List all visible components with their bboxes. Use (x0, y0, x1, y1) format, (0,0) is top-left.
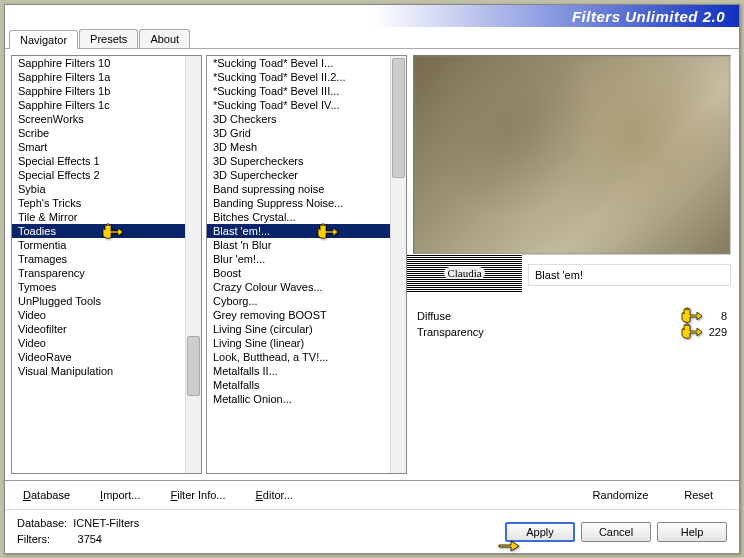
category-column: Sapphire Filters 10Sapphire Filters 1aSa… (9, 53, 204, 476)
param-label: Transparency (417, 326, 547, 338)
filter-column: *Sucking Toad* Bevel I...*Sucking Toad* … (204, 53, 409, 476)
database-button[interactable]: Database (17, 487, 76, 503)
param-value: 229 (697, 326, 727, 338)
filter-info-button[interactable]: Filter Info... (164, 487, 231, 503)
list-item[interactable]: Sapphire Filters 1a (12, 70, 201, 84)
list-item[interactable]: Video (12, 308, 201, 322)
category-list[interactable]: Sapphire Filters 10Sapphire Filters 1aSa… (11, 55, 202, 474)
status-info: Database: ICNET-Filters Filters: 3754 (17, 516, 499, 547)
list-item[interactable]: Metallic Onion... (207, 392, 406, 406)
list-item[interactable]: Metalfalls II... (207, 364, 406, 378)
title-bar: Filters Unlimited 2.0 (5, 5, 739, 27)
list-item[interactable]: *Sucking Toad* Bevel IV... (207, 98, 406, 112)
list-item[interactable]: Blast 'em!... (207, 224, 406, 238)
watermark-badge (407, 254, 522, 292)
list-item[interactable]: Special Effects 2 (12, 168, 201, 182)
list-item[interactable]: UnPlugged Tools (12, 294, 201, 308)
list-item[interactable]: *Sucking Toad* Bevel II.2... (207, 70, 406, 84)
param-slider[interactable] (555, 331, 689, 334)
list-item[interactable]: Video (12, 336, 201, 350)
parameters-panel: Diffuse8Transparency229 (413, 308, 731, 340)
apply-button[interactable]: Apply (505, 522, 575, 542)
app-title: Filters Unlimited 2.0 (572, 8, 725, 25)
cancel-button[interactable]: Cancel (581, 522, 651, 542)
list-item[interactable]: 3D Supercheckers (207, 154, 406, 168)
scrollbar[interactable] (390, 56, 406, 473)
list-item[interactable]: Cyborg... (207, 294, 406, 308)
list-item[interactable]: 3D Checkers (207, 112, 406, 126)
list-item[interactable]: VideoRave (12, 350, 201, 364)
list-item[interactable]: Special Effects 1 (12, 154, 201, 168)
list-item[interactable]: Bitches Crystal... (207, 210, 406, 224)
list-item[interactable]: Teph's Tricks (12, 196, 201, 210)
list-item[interactable]: ScreenWorks (12, 112, 201, 126)
main-area: Sapphire Filters 10Sapphire Filters 1aSa… (5, 49, 739, 480)
list-item[interactable]: Grey removing BOOST (207, 308, 406, 322)
list-item[interactable]: Tile & Mirror (12, 210, 201, 224)
list-item[interactable]: Boost (207, 266, 406, 280)
param-row: Diffuse8 (413, 308, 731, 324)
param-label: Diffuse (417, 310, 547, 322)
param-row: Transparency229 (413, 324, 731, 340)
status-bar: Database: ICNET-Filters Filters: 3754 Ap… (5, 509, 739, 553)
list-item[interactable]: Sapphire Filters 10 (12, 56, 201, 70)
current-filter-name: Blast 'em! (528, 264, 731, 286)
list-item[interactable]: Living Sine (circular) (207, 322, 406, 336)
list-item[interactable]: *Sucking Toad* Bevel III... (207, 84, 406, 98)
list-item[interactable]: Sapphire Filters 1b (12, 84, 201, 98)
list-item[interactable]: *Sucking Toad* Bevel I... (207, 56, 406, 70)
param-value: 8 (697, 310, 727, 322)
list-item[interactable]: Smart (12, 140, 201, 154)
list-item[interactable]: Living Sine (linear) (207, 336, 406, 350)
tab-presets[interactable]: Presets (79, 29, 138, 48)
preview-image (413, 55, 731, 255)
app-window: Filters Unlimited 2.0 NavigatorPresetsAb… (4, 4, 740, 554)
list-item[interactable]: Band supressing noise (207, 182, 406, 196)
preview-column: Blast 'em! Diffuse8Transparency229 (409, 53, 735, 476)
list-item[interactable]: Sapphire Filters 1c (12, 98, 201, 112)
list-item[interactable]: Sybia (12, 182, 201, 196)
tab-about[interactable]: About (139, 29, 190, 48)
list-item[interactable]: Look, Butthead, a TV!... (207, 350, 406, 364)
list-item[interactable]: Transparency (12, 266, 201, 280)
list-item[interactable]: Blur 'em!... (207, 252, 406, 266)
list-item[interactable]: Tymoes (12, 280, 201, 294)
list-item[interactable]: 3D Mesh (207, 140, 406, 154)
list-item[interactable]: Metalfalls (207, 378, 406, 392)
list-item[interactable]: Tramages (12, 252, 201, 266)
list-item[interactable]: Banding Suppress Noise... (207, 196, 406, 210)
list-item[interactable]: Tormentia (12, 238, 201, 252)
randomize-button[interactable]: Randomize (581, 487, 661, 503)
list-item[interactable]: Blast 'n Blur (207, 238, 406, 252)
param-slider[interactable] (555, 315, 689, 318)
import-button[interactable]: Import... (94, 487, 146, 503)
scrollbar[interactable] (185, 56, 201, 473)
editor-button[interactable]: Editor... (250, 487, 299, 503)
filter-list[interactable]: *Sucking Toad* Bevel I...*Sucking Toad* … (206, 55, 407, 474)
list-item[interactable]: Scribe (12, 126, 201, 140)
list-item[interactable]: Crazy Colour Waves... (207, 280, 406, 294)
list-item[interactable]: 3D Grid (207, 126, 406, 140)
tabs-row: NavigatorPresetsAbout (5, 27, 739, 49)
list-item[interactable]: 3D Superchecker (207, 168, 406, 182)
reset-button[interactable]: Reset (678, 487, 719, 503)
toolbar: Database Import... Filter Info... Editor… (5, 480, 739, 509)
help-button[interactable]: Help (657, 522, 727, 542)
list-item[interactable]: Videofilter (12, 322, 201, 336)
tab-navigator[interactable]: Navigator (9, 30, 78, 49)
list-item[interactable]: Toadies (12, 224, 201, 238)
list-item[interactable]: Visual Manipulation (12, 364, 201, 378)
